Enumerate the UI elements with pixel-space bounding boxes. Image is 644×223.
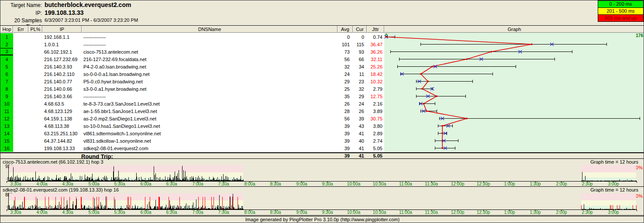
- jttr-cell: 2.74: [367, 137, 384, 144]
- col-header-avg[interactable]: Avg: [337, 26, 353, 33]
- ip-cell: 63.215.251.130: [42, 130, 82, 137]
- time-tick-label: 8:30a: [265, 182, 286, 186]
- table-row[interactable]: 8216.140.0.66s3-0-0.a1.hywr.broadwing.ne…: [0, 85, 384, 93]
- col-header-ip[interactable]: IP: [42, 26, 82, 33]
- table-row[interactable]: 1564.37.144.82vl831.sdkollsw-1.sonyonlin…: [0, 137, 384, 144]
- ip-cell: 199.108.13.33: [42, 144, 82, 152]
- time-tick-label: 9:30a: [317, 210, 338, 215]
- legend-green: 0 - 200 ms: [598, 0, 644, 8]
- err-cell: [13, 78, 28, 85]
- samples-value: 6/3/2007 3:23:01 PM - 6/3/2007 3:23:20 P…: [45, 17, 138, 23]
- dnsname-cell: ae-1-55.bbr1.SanJose1.Level3.net: [82, 107, 337, 115]
- pl-cell: [28, 70, 42, 78]
- col-header-hop[interactable]: Hop: [0, 26, 13, 33]
- err-cell: [13, 144, 28, 152]
- table-row[interactable]: 6216.140.2.110so-0-0-0.a1.lsan.broadwing…: [0, 70, 384, 78]
- table-row[interactable]: 9216.140.3.66--------------352912.75: [0, 93, 384, 100]
- jttr-cell: 0.74: [367, 33, 384, 41]
- timeline-samples-plot: [0, 165, 644, 181]
- col-header-jttr[interactable]: Jttr: [367, 26, 384, 33]
- jttr-cell: 36.47: [367, 41, 384, 48]
- footer-credit: Image generated by PingPlotter Pro 3.10.…: [0, 216, 644, 223]
- dnsname-cell: as-2-0.mp2.SanDiego1.Level3.net: [82, 115, 337, 122]
- col-header-dnsname[interactable]: DNSName: [82, 26, 337, 33]
- col-header-pl[interactable]: PL%: [28, 26, 42, 33]
- time-tick-label: 10:30a: [368, 182, 390, 186]
- jttr-cell: 5.05: [367, 144, 384, 152]
- table-row[interactable]: 16199.108.13.33sdkeq2-08-01.everquest2.c…: [0, 144, 384, 152]
- hop-number-cell: 4: [0, 55, 13, 63]
- cur-cell: 115: [353, 41, 367, 48]
- time-tick-label: 12:00p: [447, 210, 468, 215]
- col-header-err[interactable]: Err: [13, 26, 28, 33]
- axis-end-tick: [637, 209, 637, 211]
- ip-cell: 216.140.0.77: [42, 78, 82, 85]
- table-row[interactable]: 1463.215.251.130vl861.sdtermswitch-1.son…: [0, 130, 384, 137]
- jttr-cell: 18.42: [367, 70, 384, 78]
- legend-red: 501 ms and up: [598, 14, 644, 22]
- time-tick-label: 6:00a: [135, 182, 157, 186]
- table-row[interactable]: 104.68.63.5te-8-3-73.car3.SanJose1.Level…: [0, 100, 384, 107]
- dnsname-cell: vl831.sdkollsw-1.sonyonline.net: [82, 137, 337, 144]
- table-row[interactable]: 5216.140.3.93P4-2-0.a0.lsan.broadwing.ne…: [0, 63, 384, 70]
- dnsname-cell: so-10-0.hsa1.SanDiego1.Level3.net: [82, 122, 337, 130]
- dnsname-cell: P4-2-0.a0.lsan.broadwing.net: [82, 63, 337, 70]
- err-cell: [13, 70, 28, 78]
- time-tick-label: 5:00a: [83, 182, 105, 186]
- jttr-cell: 12.75: [367, 93, 384, 100]
- avg-cell: 73: [337, 48, 353, 55]
- legend-yellow: 201 - 500 ms: [598, 7, 644, 15]
- time-tick-label: 2:30p: [576, 210, 598, 215]
- ip-cell: 4.68.63.5: [42, 100, 82, 107]
- hop-number-cell: 1: [0, 33, 13, 41]
- table-row[interactable]: 4216.127.232.69216-127-232-69.focaldata.…: [0, 55, 384, 63]
- dnsname-cell: --------------: [82, 41, 337, 48]
- table-row[interactable]: 21.0.0.1--------------10111536.47: [0, 41, 384, 48]
- avg-cell: 24: [337, 70, 353, 78]
- time-tick-label: 5:30a: [109, 182, 131, 186]
- col-header-cur[interactable]: Cur: [353, 26, 367, 33]
- cur-cell: 43: [353, 122, 367, 130]
- table-row[interactable]: 114.68.123.129ae-1-55.bbr1.SanJose1.Leve…: [0, 107, 384, 115]
- hop-number-cell: 8: [0, 85, 13, 93]
- err-cell: [13, 100, 28, 107]
- table-row[interactable]: 134.68.113.38so-10-0.hsa1.SanDiego1.Leve…: [0, 122, 384, 130]
- jttr-cell: 32.11: [367, 55, 384, 63]
- cur-cell: 93: [353, 48, 367, 55]
- ip-cell: 216.140.2.110: [42, 70, 82, 78]
- table-row[interactable]: 7216.140.0.77P5-0.c0.hywr.broadwing.net2…: [0, 78, 384, 85]
- time-tick-label: 9:00a: [291, 182, 313, 186]
- pl-cell: [28, 100, 42, 107]
- time-tick-label: 8:00a: [239, 210, 261, 215]
- cur-cell: 40: [353, 137, 367, 144]
- time-tick-label: 1:00p: [499, 210, 520, 215]
- time-tick-label: 3:00p: [603, 210, 624, 215]
- avg-cell: 56: [337, 55, 353, 63]
- table-row[interactable]: 366.102.192.1cisco-7513.antelecom.net739…: [0, 48, 384, 55]
- err-cell: [13, 93, 28, 100]
- timeline-b-title: sdkeq2-08-01.everquest2.com (199.108.13.…: [3, 187, 119, 192]
- jttr-cell: 2.89: [367, 130, 384, 137]
- time-tick-label: 6:00a: [135, 210, 157, 215]
- avg-cell: 28: [337, 107, 353, 115]
- time-tick-label: 4:30a: [57, 182, 79, 186]
- timeline-graph-hop16: sdkeq2-08-01.everquest2.com (199.108.13.…: [0, 187, 644, 216]
- ip-cell: 216.140.0.66: [42, 85, 82, 93]
- time-tick-label: 9:30a: [317, 182, 338, 186]
- cur-cell: 29: [353, 93, 367, 100]
- time-tick-label: 11:30a: [420, 182, 442, 186]
- table-row[interactable]: 1264.159.1.138as-2-0.mp2.SanDiego1.Level…: [0, 115, 384, 122]
- timeline-b-plot: 886 0 30%: [0, 193, 644, 209]
- table-row[interactable]: 1192.168.1.1--------------000.74: [0, 33, 384, 41]
- jttr-cell: 2.16: [367, 100, 384, 107]
- hop-number-cell: 14: [0, 130, 13, 137]
- time-tick-label: 2:00p: [551, 182, 572, 186]
- time-tick-label: 12:30p: [472, 182, 494, 186]
- timeline-a-graph-time: Graph time = 12 hours: [590, 159, 638, 165]
- pl-cell: [28, 33, 42, 41]
- time-tick-label: 7:30a: [213, 182, 234, 186]
- avg-cell: 39: [337, 144, 353, 152]
- col-header-graph[interactable]: Graph: [384, 26, 644, 33]
- pl-cell: [28, 130, 42, 137]
- time-tick-label: 8:00a: [239, 182, 261, 186]
